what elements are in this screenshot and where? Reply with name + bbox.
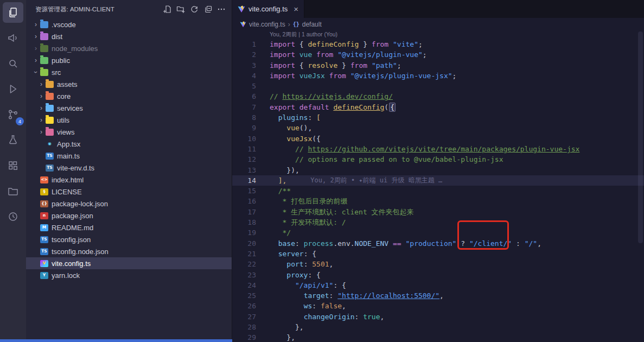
code-line-15[interactable]: 15 /** [232, 186, 644, 196]
node-modules-folder-icon [40, 45, 48, 52]
license-key-file-icon: § [40, 188, 48, 195]
run-and-debug-icon[interactable] [3, 79, 23, 99]
code-line-17[interactable]: 17 * 生产环境默认: client 文件夹包起来 [232, 207, 644, 217]
code-line-11[interactable]: 11 // https://github.com/vitejs/vite/tre… [232, 144, 644, 154]
line-number: 19 [232, 227, 256, 238]
tree-item-package-lock.json[interactable]: {}package-lock.json [26, 198, 232, 210]
collapse-folders-icon[interactable] [202, 3, 214, 15]
code-line-5[interactable]: 5 [232, 81, 644, 91]
tree-item-tsconfig.json[interactable]: TStsconfig.json [26, 233, 232, 245]
code-line-21[interactable]: 21 server: { [232, 249, 644, 259]
tree-item-node_modules[interactable]: ›node_modules [26, 42, 232, 54]
new-file-icon[interactable] [161, 3, 173, 15]
source-control-icon[interactable]: 4 [3, 104, 23, 125]
chevron-icon[interactable]: › [37, 80, 46, 88]
close-tab-icon[interactable]: × [294, 4, 298, 14]
tree-item-vite-env.d.ts[interactable]: TSvite-env.d.ts [26, 162, 232, 174]
code-line-22[interactable]: 22 port: 5501, [232, 259, 644, 269]
tree-item-package.json[interactable]: npackage.json [26, 210, 232, 221]
tree-item-readme.md[interactable]: MREADME.md [26, 221, 232, 233]
code-line-2[interactable]: 2import vue from "@vitejs/plugin-vue"; [232, 49, 644, 60]
code-line-19[interactable]: 19 */ [232, 227, 644, 238]
tree-item-app.tsx[interactable]: ◉App.tsx [26, 138, 232, 150]
code-line-23[interactable]: 23 proxy: { [232, 270, 644, 280]
tree-item-core[interactable]: ›core [26, 90, 232, 102]
status-bar [0, 339, 232, 342]
chevron-icon[interactable]: › [37, 92, 46, 100]
scrollbar-thumb[interactable] [638, 31, 643, 243]
code-line-26[interactable]: 26 ws: false, [232, 301, 644, 311]
line-number: 18 [232, 217, 256, 227]
chevron-icon[interactable]: › [37, 116, 46, 124]
line-number: 6 [232, 91, 256, 102]
core-folder-icon [46, 93, 54, 100]
tree-item-yarn.lock[interactable]: Yyarn.lock [26, 269, 232, 281]
tree-item-license[interactable]: §LICENSE [26, 186, 232, 198]
code-line-28[interactable]: 28 }, [232, 322, 644, 332]
tree-item-label: public [52, 56, 70, 65]
code-line-14[interactable]: 14 ],You, 2周前 • ✦前端 ui 升级 暗黑主题 … [232, 175, 644, 186]
tree-item-tsconfig.node.json[interactable]: TStsconfig.node.json [26, 245, 232, 257]
tree-item-public[interactable]: ›public [26, 54, 232, 66]
code-line-16[interactable]: 16 * 打包后目录的前缀 [232, 196, 644, 206]
new-folder-icon[interactable] [175, 3, 187, 15]
code-line-4[interactable]: 4import vueJsx from "@vitejs/plugin-vue-… [232, 71, 644, 81]
code-line-20[interactable]: 20 base: process.env.NODE_ENV == "produc… [232, 238, 644, 249]
tab-vite-config[interactable]: vite.config.ts × [232, 0, 304, 18]
extensions-icon[interactable] [3, 155, 23, 176]
chevron-icon[interactable]: › [37, 104, 46, 112]
history-clock-icon[interactable] [3, 206, 23, 227]
breadcrumb-file[interactable]: vite.config.ts [249, 21, 285, 28]
code-line-7[interactable]: 7export default defineConfig({ [232, 102, 644, 112]
tree-item-dist[interactable]: ›dist [26, 30, 232, 42]
code-line-24[interactable]: 24 "/api/v1": { [232, 280, 644, 290]
more-actions-icon[interactable] [215, 3, 227, 15]
chevron-icon[interactable]: › [31, 21, 40, 28]
typescript-file-icon: TS [46, 153, 54, 160]
vite-logo-icon [240, 21, 246, 28]
src-folder-icon [40, 69, 48, 76]
code-line-6[interactable]: 6// https://vitejs.dev/config/ [232, 91, 644, 102]
tree-item-index.html[interactable]: <>index.html [26, 174, 232, 186]
tree-item-views[interactable]: ›views [26, 126, 232, 138]
chevron-icon[interactable]: › [37, 128, 46, 136]
announcement-megaphone-icon[interactable] [3, 28, 23, 48]
chevron-icon[interactable]: › [32, 68, 40, 77]
vscode-folder-icon [40, 21, 48, 28]
code-line-25[interactable]: 25 target: "http://localhost:5500/", [232, 290, 644, 301]
code-line-8[interactable]: 8 plugins: [ [232, 112, 644, 123]
tree-item-label: .vscode [52, 21, 76, 29]
tree-item-services[interactable]: ›services [26, 102, 232, 114]
chevron-icon[interactable]: › [31, 33, 40, 40]
codelens-blame[interactable]: You, 2周前 | 1 author (You) [232, 30, 644, 39]
chevron-icon[interactable]: › [31, 45, 40, 52]
assets-folder-icon [46, 81, 54, 88]
code-line-10[interactable]: 10 vueJsx({ [232, 134, 644, 144]
chevron-icon[interactable]: › [31, 56, 40, 64]
code-line-27[interactable]: 27 changeOrigin: true, [232, 312, 644, 322]
tree-item-.vscode[interactable]: ›.vscode [26, 18, 232, 30]
breadcrumb-symbol[interactable]: default [302, 21, 322, 28]
line-number: 5 [232, 81, 256, 91]
code-line-3[interactable]: 3import { resolve } from "path"; [232, 60, 644, 71]
code-line-9[interactable]: 9 vue(), [232, 123, 644, 133]
tree-item-vite.config.ts[interactable]: Vvite.config.ts [26, 257, 232, 269]
tsconfig-node-file-icon: TS [40, 248, 48, 255]
explorer-actions [161, 3, 227, 15]
explorer-icon[interactable] [3, 2, 23, 23]
tree-item-main.ts[interactable]: TSmain.ts [26, 150, 232, 162]
search-icon[interactable] [3, 53, 23, 74]
testing-beaker-icon[interactable] [3, 130, 23, 150]
tree-item-label: package.json [52, 212, 93, 220]
tree-item-src[interactable]: ›src [26, 66, 232, 78]
refresh-icon[interactable] [188, 3, 200, 15]
code-line-1[interactable]: 1import { defineConfig } from "vite"; [232, 39, 644, 49]
code-line-13[interactable]: 13 }), [232, 165, 644, 175]
code-line-18[interactable]: 18 * 开发环境默认: / [232, 217, 644, 227]
inline-blame: You, 2周前 • ✦前端 ui 升级 暗黑主题 … [286, 175, 442, 186]
code-line-29[interactable]: 29 }, [232, 332, 644, 342]
tree-item-assets[interactable]: ›assets [26, 78, 232, 90]
code-line-12[interactable]: 12 // options are passed on to @vue/babe… [232, 154, 644, 164]
tree-item-utils[interactable]: ›utils [26, 114, 232, 126]
project-folder-icon[interactable] [3, 181, 23, 201]
